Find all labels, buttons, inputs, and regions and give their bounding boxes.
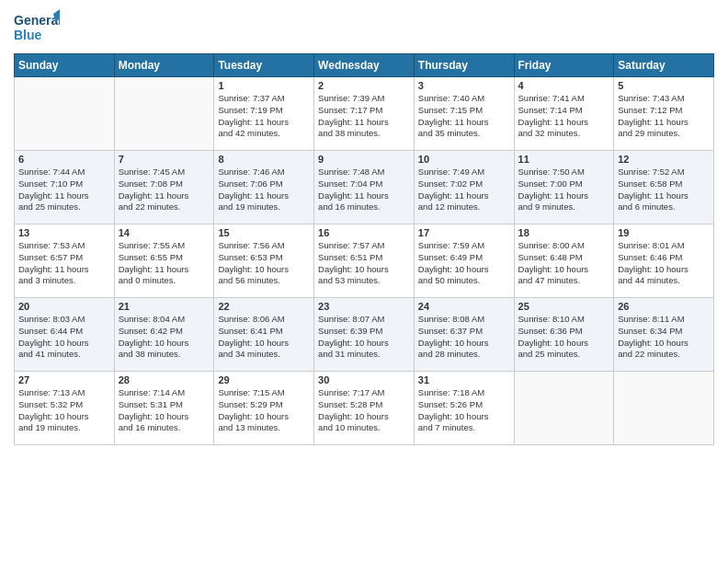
sunrise-line: Sunrise: 7:56 AM — [218, 240, 310, 252]
daylight-line1: Daylight: 10 hours — [218, 338, 310, 350]
sunset-line: Sunset: 7:12 PM — [618, 105, 710, 117]
calendar-cell: 28 Sunrise: 7:14 AM Sunset: 5:31 PM Dayl… — [114, 372, 214, 445]
daylight-line1: Daylight: 10 hours — [318, 338, 410, 350]
sunset-line: Sunset: 6:36 PM — [518, 326, 610, 338]
sunset-line: Sunset: 6:51 PM — [318, 252, 410, 264]
daylight-line2: and 47 minutes. — [518, 275, 610, 287]
day-number: 26 — [618, 301, 710, 312]
calendar-header-saturday: Saturday — [614, 54, 714, 77]
sunrise-line: Sunrise: 8:07 AM — [318, 314, 410, 326]
daylight-line1: Daylight: 11 hours — [418, 117, 510, 129]
sunset-line: Sunset: 6:58 PM — [618, 178, 710, 190]
logo: General Blue — [14, 9, 60, 46]
sunrise-line: Sunrise: 7:55 AM — [119, 240, 210, 252]
daylight-line2: and 12 minutes. — [418, 201, 510, 213]
sunrise-line: Sunrise: 7:14 AM — [119, 387, 210, 399]
daylight-line1: Daylight: 11 hours — [18, 264, 110, 276]
daylight-line2: and 29 minutes. — [618, 128, 710, 140]
sunrise-line: Sunrise: 7:18 AM — [418, 387, 510, 399]
day-number: 9 — [318, 154, 410, 165]
daylight-line1: Daylight: 10 hours — [518, 338, 610, 350]
sunrise-line: Sunrise: 7:49 AM — [418, 167, 510, 178]
sunset-line: Sunset: 5:29 PM — [218, 399, 310, 411]
sunset-line: Sunset: 7:17 PM — [318, 105, 410, 117]
daylight-line1: Daylight: 11 hours — [518, 117, 610, 129]
calendar-header-friday: Friday — [514, 54, 614, 77]
sunrise-line: Sunrise: 7:43 AM — [618, 93, 710, 105]
calendar-cell: 9 Sunrise: 7:48 AM Sunset: 7:04 PM Dayli… — [314, 151, 415, 224]
sunrise-line: Sunrise: 7:59 AM — [418, 240, 510, 252]
day-number: 17 — [418, 227, 510, 238]
sunset-line: Sunset: 5:28 PM — [318, 399, 410, 411]
daylight-line1: Daylight: 10 hours — [418, 338, 510, 350]
calendar-week-row: 27 Sunrise: 7:13 AM Sunset: 5:32 PM Dayl… — [15, 372, 714, 445]
sunrise-line: Sunrise: 8:01 AM — [618, 240, 710, 252]
calendar-cell: 12 Sunrise: 7:52 AM Sunset: 6:58 PM Dayl… — [614, 151, 714, 224]
sunrise-line: Sunrise: 7:39 AM — [318, 93, 410, 105]
sunrise-line: Sunrise: 8:11 AM — [618, 314, 710, 326]
day-number: 24 — [418, 301, 510, 312]
day-number: 3 — [418, 80, 510, 91]
daylight-line2: and 31 minutes. — [318, 349, 410, 361]
day-number: 20 — [18, 301, 110, 312]
sunrise-line: Sunrise: 8:06 AM — [218, 314, 310, 326]
logo-svg: General Blue — [14, 9, 60, 46]
daylight-line1: Daylight: 11 hours — [318, 190, 410, 202]
daylight-line1: Daylight: 11 hours — [119, 190, 210, 202]
calendar-cell: 3 Sunrise: 7:40 AM Sunset: 7:15 PM Dayli… — [414, 77, 514, 151]
day-number: 30 — [318, 374, 410, 385]
daylight-line1: Daylight: 11 hours — [318, 117, 410, 129]
calendar-header-thursday: Thursday — [414, 54, 514, 77]
sunset-line: Sunset: 7:06 PM — [218, 178, 310, 190]
calendar-cell: 1 Sunrise: 7:37 AM Sunset: 7:19 PM Dayli… — [214, 77, 314, 151]
day-number: 28 — [119, 374, 210, 385]
calendar-cell: 2 Sunrise: 7:39 AM Sunset: 7:17 PM Dayli… — [314, 77, 415, 151]
calendar-cell: 15 Sunrise: 7:56 AM Sunset: 6:53 PM Dayl… — [214, 224, 314, 298]
calendar-cell: 22 Sunrise: 8:06 AM Sunset: 6:41 PM Dayl… — [214, 298, 314, 372]
calendar-cell — [114, 77, 214, 151]
sunrise-line: Sunrise: 8:08 AM — [418, 314, 510, 326]
calendar-cell: 17 Sunrise: 7:59 AM Sunset: 6:49 PM Dayl… — [414, 224, 514, 298]
daylight-line2: and 34 minutes. — [218, 349, 310, 361]
calendar-header-sunday: Sunday — [15, 54, 115, 77]
calendar-cell: 20 Sunrise: 8:03 AM Sunset: 6:44 PM Dayl… — [15, 298, 115, 372]
daylight-line2: and 22 minutes. — [618, 349, 710, 361]
calendar-cell: 13 Sunrise: 7:53 AM Sunset: 6:57 PM Dayl… — [15, 224, 115, 298]
sunset-line: Sunset: 7:02 PM — [418, 178, 510, 190]
daylight-line2: and 19 minutes. — [18, 422, 110, 434]
daylight-line1: Daylight: 10 hours — [218, 411, 310, 423]
daylight-line2: and 16 minutes. — [119, 422, 210, 434]
calendar-week-row: 13 Sunrise: 7:53 AM Sunset: 6:57 PM Dayl… — [15, 224, 714, 298]
daylight-line1: Daylight: 10 hours — [618, 338, 710, 350]
calendar-cell: 18 Sunrise: 8:00 AM Sunset: 6:48 PM Dayl… — [514, 224, 614, 298]
daylight-line2: and 56 minutes. — [218, 275, 310, 287]
calendar-cell: 8 Sunrise: 7:46 AM Sunset: 7:06 PM Dayli… — [214, 151, 314, 224]
day-number: 6 — [18, 154, 110, 165]
calendar-cell: 19 Sunrise: 8:01 AM Sunset: 6:46 PM Dayl… — [614, 224, 714, 298]
calendar-cell: 10 Sunrise: 7:49 AM Sunset: 7:02 PM Dayl… — [414, 151, 514, 224]
day-number: 27 — [18, 374, 110, 385]
calendar-header-wednesday: Wednesday — [314, 54, 415, 77]
sunset-line: Sunset: 7:19 PM — [218, 105, 310, 117]
daylight-line1: Daylight: 11 hours — [119, 264, 210, 276]
daylight-line2: and 50 minutes. — [418, 275, 510, 287]
daylight-line1: Daylight: 11 hours — [18, 190, 110, 202]
daylight-line1: Daylight: 11 hours — [418, 190, 510, 202]
daylight-line1: Daylight: 10 hours — [318, 411, 410, 423]
calendar-cell: 27 Sunrise: 7:13 AM Sunset: 5:32 PM Dayl… — [15, 372, 115, 445]
calendar-cell: 14 Sunrise: 7:55 AM Sunset: 6:55 PM Dayl… — [114, 224, 214, 298]
calendar-header-row: SundayMondayTuesdayWednesdayThursdayFrid… — [15, 54, 714, 77]
day-number: 15 — [218, 227, 310, 238]
calendar-cell — [514, 372, 614, 445]
sunrise-line: Sunrise: 8:04 AM — [119, 314, 210, 326]
daylight-line2: and 13 minutes. — [218, 422, 310, 434]
svg-text:General: General — [14, 13, 60, 28]
calendar-cell: 25 Sunrise: 8:10 AM Sunset: 6:36 PM Dayl… — [514, 298, 614, 372]
calendar-cell: 26 Sunrise: 8:11 AM Sunset: 6:34 PM Dayl… — [614, 298, 714, 372]
calendar-header-tuesday: Tuesday — [214, 54, 314, 77]
day-number: 11 — [518, 154, 610, 165]
daylight-line2: and 38 minutes. — [119, 349, 210, 361]
sunrise-line: Sunrise: 8:03 AM — [18, 314, 110, 326]
sunrise-line: Sunrise: 7:15 AM — [218, 387, 310, 399]
daylight-line2: and 7 minutes. — [418, 422, 510, 434]
